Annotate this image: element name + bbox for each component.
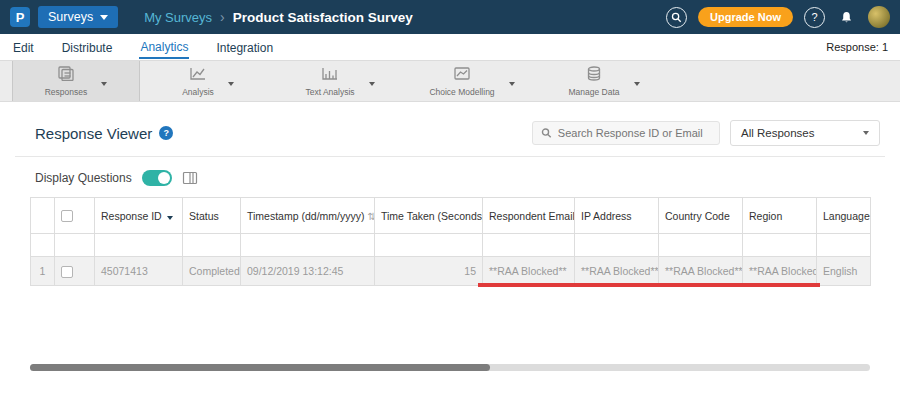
column-header-country-code[interactable]: Country Code xyxy=(659,198,743,234)
column-header-time-taken[interactable]: Time Taken (Seconds)⇅ xyxy=(375,198,483,234)
search-icon[interactable] xyxy=(666,7,687,28)
responses-icon xyxy=(57,66,75,85)
toolbar-label-choice-modelling: Choice Modelling xyxy=(429,87,494,97)
upgrade-now-button[interactable]: Upgrade Now xyxy=(698,7,793,27)
toolbar-label-responses: Responses xyxy=(45,87,88,97)
cell-region: **RAA Blocked** xyxy=(743,257,817,286)
filter-cell[interactable] xyxy=(743,234,817,257)
cell-status: Completed xyxy=(183,257,241,286)
display-questions-row: Display Questions xyxy=(0,157,900,197)
toolbar-label-manage-data: Manage Data xyxy=(568,87,619,97)
response-count-label: Response: 1 xyxy=(826,41,888,53)
filter-cell[interactable] xyxy=(241,234,375,257)
row-index: 1 xyxy=(31,257,55,286)
breadcrumb: My Surveys › Product Satisfaction Survey xyxy=(144,9,413,25)
responses-table: Response ID Status Timestamp (dd/mm/yyyy… xyxy=(30,197,871,286)
column-header-index xyxy=(31,198,55,234)
magnifier-glyph xyxy=(671,12,682,23)
breadcrumb-current-survey: Product Satisfaction Survey xyxy=(233,10,413,25)
column-header-region[interactable]: Region xyxy=(743,198,817,234)
horizontal-scrollbar-thumb[interactable] xyxy=(30,364,490,371)
toolbar-label-analysis: Analysis xyxy=(182,87,214,97)
cell-timestamp: 09/12/2019 13:12:45 xyxy=(241,257,375,286)
surveys-menu-button[interactable]: Surveys xyxy=(38,6,118,28)
filter-cell[interactable] xyxy=(375,234,483,257)
breadcrumb-separator: › xyxy=(220,9,225,25)
annotation-highlight-line xyxy=(478,283,820,287)
all-responses-value: All Responses xyxy=(741,127,815,139)
sort-desc-icon xyxy=(167,216,173,220)
analysis-dropdown-caret[interactable] xyxy=(228,72,234,90)
row-checkbox[interactable] xyxy=(61,266,73,278)
column-header-respondent-email[interactable]: Respondent Email xyxy=(483,198,575,234)
text-analysis-dropdown-caret[interactable] xyxy=(369,72,375,90)
tab-distribute[interactable]: Distribute xyxy=(61,37,114,58)
filter-cell[interactable] xyxy=(183,234,241,257)
display-questions-label: Display Questions xyxy=(35,171,132,185)
analysis-icon xyxy=(189,66,207,85)
surveys-menu-label: Surveys xyxy=(48,10,93,24)
page-title: Response Viewer xyxy=(35,125,152,142)
filter-cell[interactable] xyxy=(659,234,743,257)
notifications-bell-icon[interactable] xyxy=(836,7,857,28)
toolbar-item-analysis[interactable]: Analysis xyxy=(144,61,272,101)
breadcrumb-my-surveys[interactable]: My Surveys xyxy=(144,10,212,25)
chevron-down-icon xyxy=(100,15,108,20)
sort-icon: ⇅ xyxy=(367,211,374,222)
row-select-cell xyxy=(55,257,95,286)
search-icon xyxy=(541,127,552,139)
table-row: 1 45071413 Completed 09/12/2019 13:12:45… xyxy=(31,257,871,286)
column-header-status[interactable]: Status xyxy=(183,198,241,234)
filter-cell[interactable] xyxy=(95,234,183,257)
table-header-row: Response ID Status Timestamp (dd/mm/yyyy… xyxy=(31,198,871,234)
column-header-timestamp[interactable]: Timestamp (dd/mm/yyyy)⇅ xyxy=(241,198,375,234)
responses-table-wrap: Response ID Status Timestamp (dd/mm/yyyy… xyxy=(30,197,870,286)
search-input[interactable] xyxy=(558,127,711,139)
manage-data-dropdown-caret[interactable] xyxy=(634,72,640,90)
filter-cell xyxy=(31,234,55,257)
cell-time-taken: 15 xyxy=(375,257,483,286)
filter-cell[interactable] xyxy=(817,234,871,257)
toggle-columns-icon[interactable] xyxy=(182,171,198,185)
column-header-ip-address[interactable]: IP Address xyxy=(575,198,659,234)
topbar-actions: Upgrade Now ? xyxy=(666,6,890,28)
filter-cell[interactable] xyxy=(575,234,659,257)
app-logo[interactable]: P xyxy=(10,7,30,27)
tab-analytics[interactable]: Analytics xyxy=(139,36,189,59)
toolbar-item-responses[interactable]: Responses xyxy=(12,61,140,101)
text-analysis-icon xyxy=(321,66,339,85)
select-all-checkbox[interactable] xyxy=(61,210,73,222)
choice-modelling-icon xyxy=(453,66,471,85)
toolbar-item-manage-data[interactable]: Manage Data xyxy=(540,61,668,101)
toolbar-item-choice-modelling[interactable]: Choice Modelling xyxy=(408,61,536,101)
toolbar-label-text-analysis: Text Analysis xyxy=(305,87,354,97)
horizontal-scrollbar-track[interactable] xyxy=(30,364,870,371)
viewer-header: Response Viewer ? All Responses xyxy=(0,102,900,146)
responses-dropdown-caret[interactable] xyxy=(101,72,107,90)
display-questions-toggle[interactable] xyxy=(142,170,172,186)
survey-tab-bar: Edit Distribute Analytics Integration Re… xyxy=(0,34,900,60)
help-icon[interactable]: ? xyxy=(804,7,825,28)
tab-edit[interactable]: Edit xyxy=(12,37,35,58)
cell-country-code: **RAA Blocked** xyxy=(659,257,743,286)
filter-cell[interactable] xyxy=(483,234,575,257)
top-navbar: P Surveys My Surveys › Product Satisfact… xyxy=(0,0,900,34)
tab-integration[interactable]: Integration xyxy=(215,37,274,58)
cell-respondent-email: **RAA Blocked** xyxy=(483,257,575,286)
cell-language: English xyxy=(817,257,871,286)
chevron-down-icon xyxy=(863,131,869,135)
viewer-help-icon[interactable]: ? xyxy=(159,126,173,140)
cell-ip-address: **RAA Blocked** xyxy=(575,257,659,286)
manage-data-icon xyxy=(585,66,603,85)
all-responses-dropdown[interactable]: All Responses xyxy=(730,120,880,146)
cell-response-id[interactable]: 45071413 xyxy=(95,257,183,286)
user-avatar[interactable] xyxy=(868,6,890,28)
table-filter-row xyxy=(31,234,871,257)
filter-cell xyxy=(55,234,95,257)
toolbar-item-text-analysis[interactable]: Text Analysis xyxy=(276,61,404,101)
column-header-language[interactable]: Language xyxy=(817,198,871,234)
choice-modelling-dropdown-caret[interactable] xyxy=(509,72,515,90)
column-header-select xyxy=(55,198,95,234)
column-header-response-id[interactable]: Response ID xyxy=(95,198,183,234)
analytics-toolbar: Responses Analysis xyxy=(0,60,900,102)
